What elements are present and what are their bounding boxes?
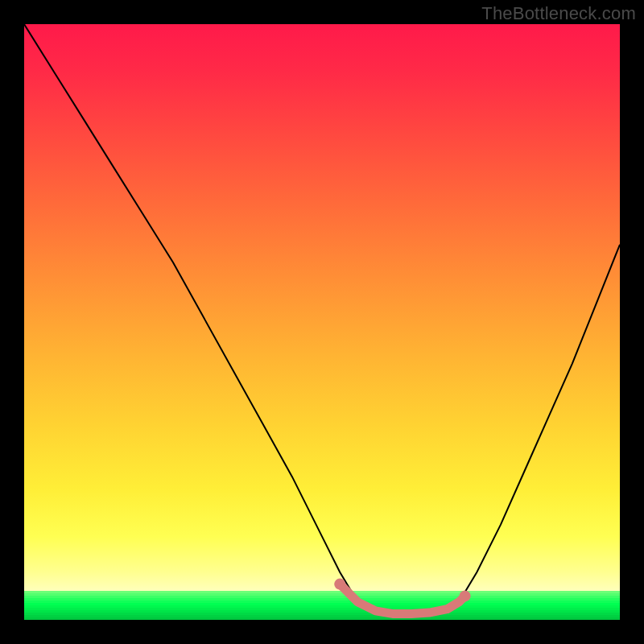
bottleneck-curve [24,24,620,616]
chart-frame: TheBottleneck.com [0,0,644,644]
valley-highlight [340,584,464,614]
curve-layer [24,24,620,620]
watermark-text: TheBottleneck.com [481,3,636,24]
highlight-start-dot [334,579,345,590]
plot-area [24,24,620,620]
highlight-end-dot [460,590,471,601]
